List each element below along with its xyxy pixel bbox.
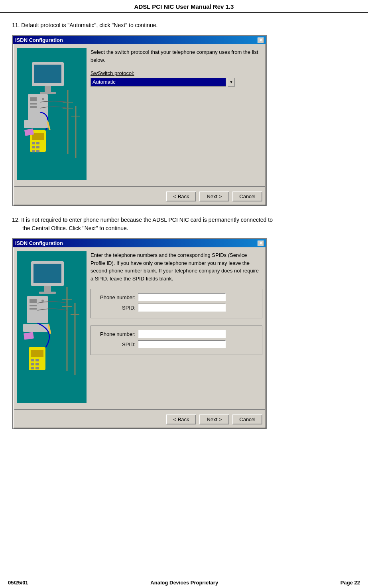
header-title: ADSL PCI NIC User Manual Rev 1.3 xyxy=(134,3,234,10)
phone-section-2: Phone number: SPID: xyxy=(91,326,262,355)
svg-rect-3 xyxy=(45,86,51,92)
dialog1-cancel-button[interactable]: Cancel xyxy=(232,191,262,201)
dialog2-divider xyxy=(14,409,265,410)
svg-rect-40 xyxy=(31,350,43,357)
svg-rect-29 xyxy=(44,286,51,292)
svg-rect-7 xyxy=(30,103,37,105)
svg-rect-8 xyxy=(30,106,37,108)
protocol-dropdown[interactable]: Automatic xyxy=(91,78,226,87)
svg-rect-32 xyxy=(30,299,37,303)
svg-rect-4 xyxy=(40,92,56,94)
spid2-input[interactable] xyxy=(138,340,226,348)
dialog2-description: Enter the telephone numbers and the corr… xyxy=(91,251,262,282)
protocol-dropdown-container: Automatic ▼ xyxy=(91,78,262,87)
step11-text: 11. Default protocol is "Automatic", cli… xyxy=(12,21,356,30)
svg-rect-46 xyxy=(35,367,39,369)
svg-point-9 xyxy=(42,98,44,100)
svg-rect-44 xyxy=(35,363,39,365)
dialog2-back-button[interactable]: < Back xyxy=(166,414,196,424)
dialog1-description: Select the switch protocol that your tel… xyxy=(91,48,262,64)
svg-rect-18 xyxy=(24,120,48,128)
phone-section-1: Phone number: SPID: xyxy=(91,289,262,318)
spid1-input[interactable] xyxy=(138,304,226,312)
spid1-row: SPID: xyxy=(96,304,257,312)
computer-svg-1 xyxy=(20,50,84,178)
switch-protocol-label: SwSwitch protocol: xyxy=(91,70,262,76)
footer-date: 05/25/01 xyxy=(8,580,28,586)
dialog2-illustration xyxy=(17,251,87,403)
svg-rect-2 xyxy=(34,65,61,83)
spid2-label: SPID: xyxy=(96,341,136,347)
spid1-label: SPID: xyxy=(96,305,136,311)
page-header: ADSL PCI NIC User Manual Rev 1.3 xyxy=(0,0,368,13)
footer-page: Page 22 xyxy=(340,580,360,586)
svg-rect-41 xyxy=(31,359,34,361)
phone2-row: Phone number: xyxy=(96,330,257,338)
svg-rect-33 xyxy=(30,305,37,306)
phone2-input[interactable] xyxy=(138,330,226,338)
dialog2-close-button[interactable]: ✕ xyxy=(258,241,264,246)
svg-rect-43 xyxy=(31,363,34,365)
svg-rect-13 xyxy=(36,142,39,144)
computer-svg-2 xyxy=(20,251,84,403)
phone1-row: Phone number: xyxy=(96,293,257,301)
svg-rect-17 xyxy=(36,150,39,152)
dialog2-body: Enter the telephone numbers and the corr… xyxy=(13,247,266,407)
dialog1-titlebar: ISDN Configuration ✕ xyxy=(13,36,266,44)
dialog2-next-button[interactable]: Next > xyxy=(199,414,229,424)
svg-rect-42 xyxy=(35,359,39,361)
isdn-dialog-1: ISDN Configuration ✕ xyxy=(12,35,267,206)
dialog1-divider xyxy=(14,186,265,187)
svg-rect-12 xyxy=(32,142,35,144)
svg-rect-38 xyxy=(24,332,34,339)
dialog2-cancel-button[interactable]: Cancel xyxy=(232,414,262,424)
svg-point-35 xyxy=(41,300,44,302)
switch-protocol-section: SwSwitch protocol: Automatic ▼ xyxy=(91,70,262,91)
page-footer: 05/25/01 Analog Devices Proprietary Page… xyxy=(0,577,368,588)
phone1-input[interactable] xyxy=(138,293,226,301)
svg-rect-28 xyxy=(33,264,61,283)
svg-rect-16 xyxy=(32,150,35,152)
dropdown-arrow-button[interactable]: ▼ xyxy=(228,78,235,87)
svg-rect-15 xyxy=(36,146,39,148)
dialog2-title: ISDN Configuration xyxy=(15,240,63,246)
dialog1-illustration xyxy=(17,48,87,180)
phone2-label: Phone number: xyxy=(96,331,136,337)
dialog2-right: Enter the telephone numbers and the corr… xyxy=(91,251,262,403)
dialog2-titlebar: ISDN Configuration ✕ xyxy=(13,239,266,247)
dialog1-footer: < Back Next > Cancel xyxy=(13,189,266,205)
svg-rect-6 xyxy=(30,97,37,101)
dialog1-close-button[interactable]: ✕ xyxy=(258,37,264,43)
dialog1-back-button[interactable]: < Back xyxy=(166,191,196,201)
dialog1-title: ISDN Configuration xyxy=(15,37,63,43)
footer-company: Analog Devices Proprietary xyxy=(150,580,218,586)
step12-text1: 12. It is not required to enter phone nu… xyxy=(12,216,356,233)
svg-rect-34 xyxy=(30,308,37,310)
phone1-label: Phone number: xyxy=(96,294,136,300)
dialog2-footer: < Back Next > Cancel xyxy=(13,412,266,428)
spid2-row: SPID: xyxy=(96,340,257,348)
isdn-dialog-2: ISDN Configuration ✕ xyxy=(12,238,267,429)
dialog1-right: Select the switch protocol that your tel… xyxy=(91,48,262,180)
dialog1-body: Select the switch protocol that your tel… xyxy=(13,44,266,184)
dialog1-next-button[interactable]: Next > xyxy=(199,191,229,201)
svg-rect-30 xyxy=(39,292,56,294)
svg-rect-14 xyxy=(32,146,35,148)
svg-rect-45 xyxy=(31,367,34,369)
